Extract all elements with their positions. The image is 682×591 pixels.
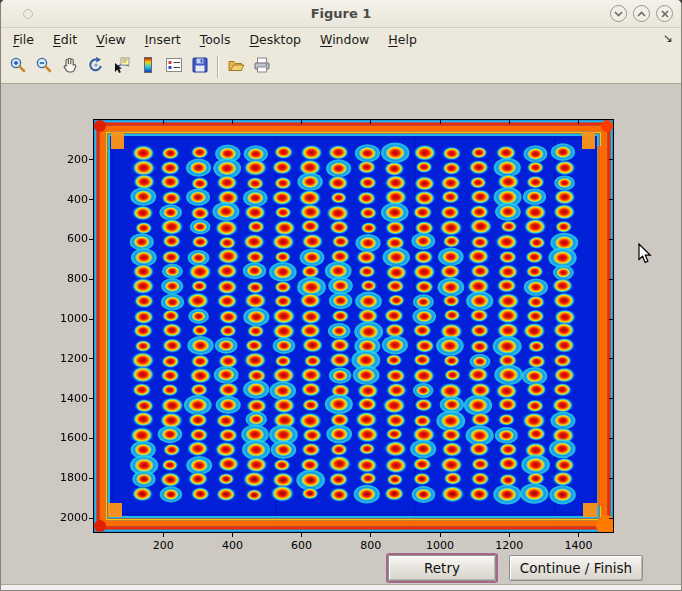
menu-view[interactable]: View bbox=[89, 30, 133, 49]
menu-edit[interactable]: Edit bbox=[46, 30, 84, 49]
y-axis-tick bbox=[89, 159, 93, 160]
dock-figure-icon[interactable]: ↘ bbox=[663, 31, 673, 45]
x-axis-tick bbox=[232, 533, 233, 537]
y-axis-tick-label: 400 bbox=[44, 193, 88, 206]
pan-button[interactable] bbox=[57, 53, 83, 81]
window-bottom-border bbox=[1, 584, 681, 591]
open-folder-icon bbox=[227, 56, 245, 78]
y-axis-tick bbox=[89, 398, 93, 399]
open-folder-button[interactable] bbox=[223, 53, 249, 81]
y-axis-tick-label: 1600 bbox=[44, 431, 88, 444]
menu-bar: FileEditViewInsertToolsDesktopWindowHelp… bbox=[1, 28, 681, 50]
menu-items: FileEditViewInsertToolsDesktopWindowHelp bbox=[1, 30, 424, 49]
y-axis-tick bbox=[89, 319, 93, 320]
rotate-3d-icon bbox=[87, 56, 105, 78]
legend-icon bbox=[165, 56, 183, 78]
maximize-button[interactable] bbox=[633, 5, 650, 22]
print-button[interactable] bbox=[249, 53, 275, 81]
x-axis-tick bbox=[232, 120, 233, 124]
y-axis-tick bbox=[89, 478, 93, 479]
y-axis-tick bbox=[89, 358, 93, 359]
y-axis-tick bbox=[609, 239, 613, 240]
figure-canvas-area: 2004006008001000120014002004006008001000… bbox=[1, 84, 681, 584]
rotate-3d-button[interactable] bbox=[83, 53, 109, 81]
y-axis-tick bbox=[609, 279, 613, 280]
data-cursor-icon bbox=[113, 56, 131, 78]
print-icon bbox=[253, 56, 271, 78]
y-axis-tick bbox=[89, 239, 93, 240]
chevron-up-icon bbox=[637, 11, 646, 17]
mouse-cursor bbox=[638, 243, 653, 268]
colorbar-button[interactable] bbox=[135, 53, 161, 81]
x-axis-tick-label: 800 bbox=[349, 539, 393, 552]
zoom-out-icon bbox=[35, 56, 53, 78]
retry-button[interactable]: Retry bbox=[388, 555, 496, 581]
shade-button[interactable] bbox=[610, 5, 627, 22]
retry-focus-ring: Retry bbox=[386, 553, 498, 583]
y-axis-tick bbox=[89, 438, 93, 439]
y-axis-tick bbox=[609, 358, 613, 359]
toolbar-separator bbox=[217, 56, 219, 78]
menu-help[interactable]: Help bbox=[381, 30, 424, 49]
close-button[interactable] bbox=[656, 5, 673, 22]
zoom-in-button[interactable] bbox=[5, 53, 31, 81]
x-axis-tick-label: 200 bbox=[141, 539, 185, 552]
save-button[interactable] bbox=[187, 53, 213, 81]
zoom-out-button[interactable] bbox=[31, 53, 57, 81]
colorbar-icon bbox=[139, 56, 157, 78]
x-axis-tick-label: 1400 bbox=[556, 539, 600, 552]
window-title: Figure 1 bbox=[1, 6, 681, 21]
y-axis-tick-label: 1800 bbox=[44, 471, 88, 484]
x-axis-tick-label: 1000 bbox=[418, 539, 462, 552]
x-axis-tick bbox=[163, 120, 164, 124]
x-axis-tick bbox=[370, 533, 371, 537]
figure-toolbar bbox=[1, 50, 681, 84]
close-icon bbox=[661, 10, 669, 18]
x-axis-tick bbox=[578, 120, 579, 124]
y-axis-tick-label: 200 bbox=[44, 153, 88, 166]
continue-finish-button[interactable]: Continue / Finish bbox=[509, 555, 643, 581]
x-axis-tick bbox=[578, 533, 579, 537]
y-axis-tick-label: 1400 bbox=[44, 392, 88, 405]
heatmap-image[interactable] bbox=[94, 120, 613, 532]
y-axis-tick bbox=[609, 478, 613, 479]
data-cursor-button[interactable] bbox=[109, 53, 135, 81]
axes-box bbox=[93, 119, 614, 533]
legend-button[interactable] bbox=[161, 53, 187, 81]
x-axis-tick bbox=[301, 533, 302, 537]
menu-file[interactable]: File bbox=[6, 30, 41, 49]
y-axis-tick-label: 800 bbox=[44, 272, 88, 285]
y-axis-tick bbox=[609, 438, 613, 439]
x-axis-tick-label: 600 bbox=[280, 539, 324, 552]
save-icon bbox=[191, 56, 209, 78]
menu-tools[interactable]: Tools bbox=[193, 30, 238, 49]
menu-desktop[interactable]: Desktop bbox=[242, 30, 308, 49]
x-axis-tick bbox=[440, 120, 441, 124]
zoom-in-icon bbox=[9, 56, 27, 78]
y-axis-tick-label: 1200 bbox=[44, 352, 88, 365]
y-axis-tick bbox=[609, 398, 613, 399]
x-axis-tick bbox=[370, 120, 371, 124]
x-axis-tick-label: 1200 bbox=[487, 539, 531, 552]
y-axis-tick bbox=[609, 518, 613, 519]
x-axis-tick bbox=[163, 533, 164, 537]
title-bar: Figure 1 bbox=[1, 0, 681, 28]
y-axis-tick-label: 1000 bbox=[44, 312, 88, 325]
y-axis-tick-label: 2000 bbox=[44, 511, 88, 524]
x-axis-tick-label: 400 bbox=[210, 539, 254, 552]
menu-window[interactable]: Window bbox=[313, 30, 376, 49]
chevron-down-icon bbox=[614, 11, 623, 17]
pan-icon bbox=[61, 56, 79, 78]
x-axis-tick bbox=[440, 533, 441, 537]
x-axis-tick bbox=[509, 533, 510, 537]
x-axis-tick bbox=[509, 120, 510, 124]
y-axis-tick bbox=[609, 199, 613, 200]
y-axis-tick bbox=[89, 279, 93, 280]
y-axis-tick bbox=[609, 319, 613, 320]
y-axis-tick bbox=[89, 518, 93, 519]
y-axis-tick bbox=[89, 199, 93, 200]
x-axis-tick bbox=[301, 120, 302, 124]
y-axis-tick bbox=[609, 159, 613, 160]
figure-window: Figure 1 FileEditViewInsertToolsDesktopW… bbox=[0, 0, 682, 591]
menu-insert[interactable]: Insert bbox=[138, 30, 188, 49]
